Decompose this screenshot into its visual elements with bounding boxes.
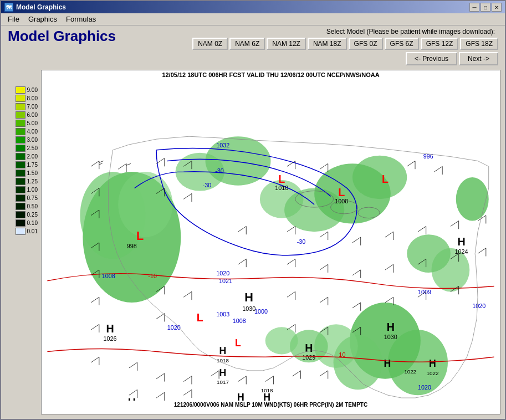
legend-value: 9.00 <box>27 87 38 93</box>
svg-text:L: L <box>136 229 144 243</box>
nam-0z-button[interactable]: NAM 0Z <box>192 38 228 50</box>
svg-text:1008: 1008 <box>335 198 348 204</box>
legend-swatch <box>16 228 25 235</box>
legend-swatch <box>16 95 25 102</box>
svg-text:-30: -30 <box>297 238 306 245</box>
svg-text:H: H <box>305 342 313 354</box>
nam-18z-button[interactable]: NAM 18Z <box>308 38 347 50</box>
nam-buttons: NAM 0Z NAM 6Z NAM 12Z NAM 18Z GFS 0Z GFS… <box>192 38 498 50</box>
svg-text:1024: 1024 <box>455 248 468 255</box>
svg-text:1021: 1021 <box>219 278 232 284</box>
legend-item: 0.75 <box>16 194 38 202</box>
legend-swatch <box>16 170 25 177</box>
svg-text:1020: 1020 <box>472 303 485 309</box>
svg-text:L: L <box>278 173 285 185</box>
svg-text:H: H <box>387 321 395 333</box>
svg-text:H: H <box>219 345 227 356</box>
svg-text:H: H <box>429 358 436 369</box>
previous-button[interactable]: <- Previous <box>406 52 457 65</box>
svg-text:H: H <box>263 392 270 401</box>
legend-value: 1.00 <box>27 187 38 193</box>
legend-swatch <box>16 145 25 152</box>
svg-text:1020: 1020 <box>216 270 229 276</box>
app-header: Model Graphics Select Model (Please be p… <box>1 25 505 68</box>
legend-item: 2.50 <box>16 145 38 152</box>
legend-value: 3.00 <box>27 137 38 143</box>
window-icon: 🗺 <box>4 3 13 12</box>
svg-text:1030: 1030 <box>384 334 397 340</box>
legend-swatch <box>16 178 25 185</box>
svg-text:H: H <box>244 290 253 304</box>
legend-swatch <box>16 86 25 94</box>
legend-item: 3.00 <box>16 136 38 144</box>
main-content: 9.008.007.006.005.004.003.002.502.001.75… <box>1 68 505 419</box>
legend-swatch <box>16 128 25 135</box>
menu-formulas[interactable]: Formulas <box>62 14 100 24</box>
main-window: 🗺 Model Graphics ─ □ ✕ File Graphics For… <box>0 0 506 420</box>
legend-value: 8.00 <box>27 95 38 101</box>
minimize-button[interactable]: ─ <box>469 3 479 12</box>
legend-value: 5.00 <box>27 120 38 126</box>
map-container: 12/05/12 18UTC 006HR FCST VALID THU 12/0… <box>41 70 500 414</box>
svg-text:L: L <box>382 173 389 185</box>
title-bar: 🗺 Model Graphics ─ □ ✕ <box>1 1 505 13</box>
svg-text:1008: 1008 <box>233 317 246 324</box>
nam-12z-button[interactable]: NAM 12Z <box>267 38 306 50</box>
gfs-18z-button[interactable]: GFS 18Z <box>460 38 498 50</box>
gfs-0z-button[interactable]: GFS 0Z <box>349 38 383 50</box>
menu-graphics[interactable]: Graphics <box>24 14 62 24</box>
legend-item: 0.50 <box>16 203 38 210</box>
nam-6z-button[interactable]: NAM 6Z <box>229 38 265 50</box>
legend-value: 2.50 <box>27 145 38 151</box>
legend-swatch <box>16 111 25 119</box>
legend-item: 1.50 <box>16 170 38 177</box>
svg-text:1029: 1029 <box>302 354 315 361</box>
svg-text:H: H <box>237 392 244 401</box>
legend-swatch <box>16 211 25 218</box>
legend-value: 2.00 <box>27 153 38 160</box>
svg-text:-30: -30 <box>203 182 212 188</box>
svg-text:1022: 1022 <box>404 368 416 375</box>
legend-item: 1.75 <box>16 161 38 168</box>
legend-item: 6.00 <box>16 111 38 119</box>
close-button[interactable]: ✕ <box>492 3 502 12</box>
next-button[interactable]: Next -> <box>459 52 498 65</box>
svg-text:-30: -30 <box>215 167 224 174</box>
svg-text:1018: 1018 <box>217 357 229 363</box>
legend-item: 5.00 <box>16 120 38 127</box>
svg-text:998: 998 <box>127 243 137 249</box>
menu-bar: File Graphics Formulas <box>1 13 505 25</box>
legend-value: 0.75 <box>27 195 38 201</box>
legend-value: 1.25 <box>27 178 38 185</box>
legend: 9.008.007.006.005.004.003.002.502.001.75… <box>6 70 38 414</box>
svg-text:1022: 1022 <box>427 370 439 376</box>
gfs-12z-button[interactable]: GFS 12Z <box>421 38 459 50</box>
legend-swatch <box>16 136 25 144</box>
nav-buttons: <- Previous Next -> <box>406 52 498 65</box>
weather-map-svg: H 1030 H 1026 H 1024 H 1024 H 1030 H <box>42 79 500 401</box>
legend-item: 0.01 <box>16 228 38 235</box>
legend-swatch <box>16 219 25 227</box>
svg-text:1026: 1026 <box>103 335 116 342</box>
right-controls: Select Model (Please be patient while im… <box>192 28 498 65</box>
legend-swatch <box>16 120 25 127</box>
app-title: Model Graphics <box>8 28 116 45</box>
legend-item: 7.00 <box>16 103 38 110</box>
svg-text:1010: 1010 <box>275 185 288 191</box>
menu-file[interactable]: File <box>3 14 24 24</box>
map-image-area: H 1030 H 1026 H 1024 H 1024 H 1030 H <box>42 79 500 401</box>
svg-text:1003: 1003 <box>216 311 229 317</box>
legend-value: 1.75 <box>27 162 38 168</box>
legend-item: 0.25 <box>16 211 38 218</box>
svg-text:H: H <box>128 396 136 401</box>
legend-item: 9.00 <box>16 86 38 94</box>
svg-text:1032: 1032 <box>216 142 229 148</box>
svg-text:1020: 1020 <box>167 324 181 331</box>
svg-point-5 <box>352 156 407 199</box>
maximize-button[interactable]: □ <box>481 3 490 12</box>
window-title: Model Graphics <box>16 3 469 11</box>
gfs-6z-button[interactable]: GFS 6Z <box>385 38 419 50</box>
legend-container: 9.008.007.006.005.004.003.002.502.001.75… <box>16 86 38 236</box>
svg-text:1000: 1000 <box>254 308 268 315</box>
legend-value: 6.00 <box>27 112 38 118</box>
